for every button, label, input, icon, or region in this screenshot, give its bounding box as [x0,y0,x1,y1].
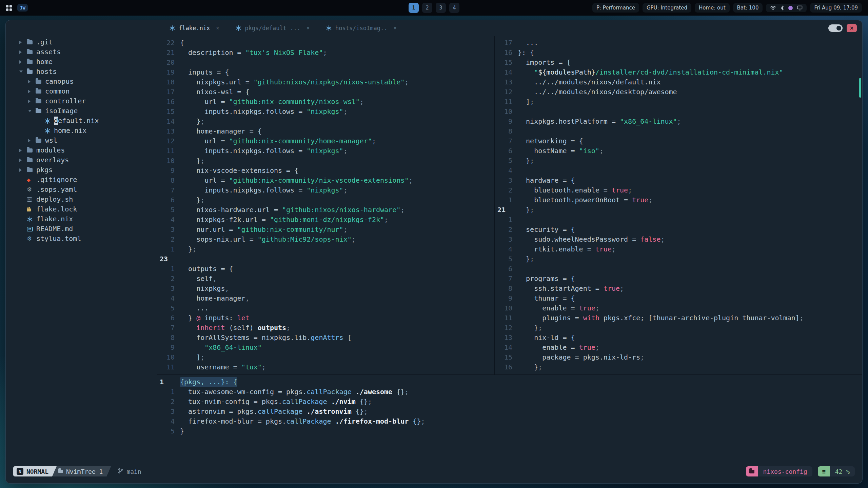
code-line: 11 inputs.nixpkgs.follows = "nixpkgs"; [157,146,494,156]
pane-flake-nix[interactable]: 22{21 description = "tux's NixOS Flake";… [157,36,495,374]
code-line: 14 }; [157,117,494,126]
chevron-down-icon[interactable] [19,70,23,73]
tree-item-default.nix[interactable]: default.nix [6,116,157,126]
line-number: 5 [157,426,180,436]
chevron-right-icon[interactable] [28,80,31,83]
tree-item-canopus[interactable]: canopus [6,77,157,86]
line-number: 4 [495,166,518,176]
project-name: nixos-config [758,466,812,476]
window-toggle-button[interactable] [828,24,843,32]
tree-item-flake.nix[interactable]: flake.nix [6,214,157,224]
wifi-icon[interactable] [770,5,776,10]
code-line: 6 } @ inputs: let [157,313,494,323]
workspace-3[interactable]: 3 [436,3,446,13]
music-app-icon[interactable] [788,6,793,10]
tree-item-README.md[interactable]: MREADME.md [6,224,157,234]
display-icon[interactable] [797,5,803,11]
code-text: nixos-hardware.url = "github:nixos/nixos… [180,205,405,215]
tree-item-modules[interactable]: modules [6,145,157,155]
pane-pkgs-default-nix[interactable]: 1{pkgs, ...}: {1 tux-awesome-wm-config =… [157,374,862,465]
gear-icon: ⚙ [27,236,36,242]
code-text: }; [518,205,534,215]
code-text: tux-nvim-config = pkgs.callPackage ./nvi… [180,397,372,407]
code-text: description = "tux's NixOS Flake"; [180,48,327,58]
code-text: nur.url = "github:nix-community/nur"; [180,225,348,235]
tree-item-stylua.toml[interactable]: ⚙stylua.toml [6,234,157,244]
workspace-2[interactable]: 2 [422,3,432,13]
tree-item-isoImage[interactable]: isoImage [6,106,157,116]
code-text: nixpkgs-f2k.url = "github:moni-dz/nixpkg… [180,215,388,225]
tree-item-.gitignore[interactable]: ◆.gitignore [6,175,157,185]
line-number: 10 [157,156,180,166]
tree-item-wsl[interactable]: wsl [6,136,157,145]
chevron-right-icon[interactable] [19,149,22,152]
line-number: 9 [495,293,518,303]
git-icon: ◆ [27,178,36,182]
line-number: 6 [495,146,518,156]
tree-item-home[interactable]: home [6,57,157,67]
chevron-right-icon[interactable] [19,168,22,172]
pane-hosts-isoimage-default-nix[interactable]: 17 ...16}: {15 imports = [14 "${modulesP… [495,36,862,374]
tree-item-controller[interactable]: controller [6,96,157,106]
code-line: 20 [157,58,494,67]
code-line: 7 inherit (self) outputs; [157,323,494,333]
tree-item-.sops.yaml[interactable]: ⚙.sops.yaml [6,185,157,195]
tab-flake.nix[interactable]: flake.nix× [161,20,227,36]
code-text: tux-awesome-wm-config = pkgs.callPackage… [180,387,409,397]
app-launcher-icon[interactable] [6,5,12,11]
chevron-right-icon[interactable] [19,60,22,64]
top-bar: JW 1234 P: PerformanceGPU: IntegratedHom… [0,0,868,16]
code-line: 2 sops-nix.url = "github:Mic92/sops-nix"… [157,235,494,244]
tree-item-.git[interactable]: .git [6,37,157,47]
code-text: hardware = { [518,176,575,185]
tab-hosts-isoImag..[interactable]: hosts/isoImag..× [318,20,405,36]
code-text: imports = [ [518,58,571,67]
tree-item-pkgs[interactable]: pkgs [6,165,157,175]
bluetooth-icon[interactable] [780,5,784,11]
tab-close-icon[interactable]: × [393,25,396,31]
line-number: 1 [157,377,180,387]
tab-close-icon[interactable]: × [307,25,310,31]
window-close-button[interactable]: × [847,24,857,32]
chevron-right-icon[interactable] [28,90,31,93]
chevron-down-icon[interactable] [28,110,32,112]
code-line: 12 ../../modules/nixos/desktop/awesome [495,87,862,97]
tree-item-flake.lock[interactable]: flake.lock [6,204,157,214]
code-line: 12 url = "github:nix-community/home-mana… [157,136,494,146]
workspace-1[interactable]: 1 [409,3,419,13]
chevron-right-icon[interactable] [28,139,31,142]
tree-item-assets[interactable]: assets [6,47,157,57]
tree-item-hosts[interactable]: hosts [6,67,157,77]
folder-icon [27,168,36,172]
tree-item-label: README.md [36,224,73,234]
chevron-right-icon[interactable] [19,50,22,54]
tree-item-overlays[interactable]: overlays [6,155,157,165]
tree-item-home.nix[interactable]: home.nix [6,126,157,136]
code-line: 8 [495,126,862,136]
code-line: 4 rtkit.enable = true; [495,244,862,254]
code-line: 7 programs = { [495,274,862,284]
chevron-right-icon[interactable] [19,159,22,162]
tab-close-icon[interactable]: × [216,25,219,31]
tab-pkgs-default-...[interactable]: pkgs/default ...× [227,20,318,36]
code-text: }; [180,117,204,126]
line-number: 2 [157,397,180,407]
project-folder-icon [746,466,758,476]
scrollbar-thumb[interactable] [859,78,861,98]
code-line: 10 enable = true; [495,303,862,313]
code-line: 9 nix-vscode-extensions = { [157,166,494,176]
folder-open-icon [36,109,45,113]
code-text: url = "github:nix-community/nix-vscode-e… [180,176,413,185]
scroll-progress: 42 % [830,466,855,476]
line-number: 15 [495,58,518,67]
chevron-right-icon[interactable] [19,41,22,44]
workspace-4[interactable]: 4 [449,3,459,13]
line-number: 8 [157,333,180,343]
tree-item-deploy.sh[interactable]: >deploy.sh [6,195,157,204]
lock-icon [27,207,36,211]
project-chip: nixos-config [746,466,812,476]
tree-item-common[interactable]: common [6,86,157,96]
chevron-right-icon[interactable] [28,100,31,103]
line-number: 10 [157,352,180,362]
nix-icon [235,25,241,31]
